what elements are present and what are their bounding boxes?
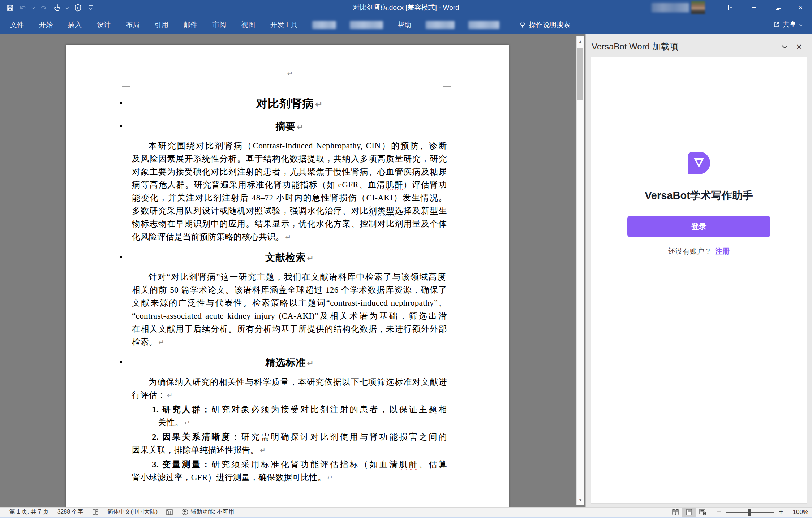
doc-text-line[interactable]: 针对“对比剂肾病”这一研究主题，我们在文献语料库中检索了与该领域高度 [132,271,447,284]
doc-text-line[interactable]: 在相关文献用于后续分析。所有分析均基于所提供的结构化数据，未进行额外外部 [132,323,447,336]
doc-paragraph[interactable]: 为确保纳入研究的相关性与科学质量，本研究依据以下七项筛选标准对文献进行评估：↵ [132,376,447,402]
proofing-errors-icon[interactable] [88,509,103,515]
share-dropdown-chevron-icon[interactable] [799,23,802,26]
doc-text-line[interactable]: 相关的前 50 篇学术论文。该语料库涵盖全球超过 126 个学术数据库资源，确保… [132,284,447,297]
status-bar: 第 1 页, 共 7 页 3288 个字 简体中文(中国大陆) 辅助功能: 不可… [0,507,812,517]
doc-list-item[interactable]: 1. 研究人群：研究对象必须为接受对比剂注射的患者，以保证主题相关性。↵ [132,403,447,429]
read-mode-view-icon[interactable] [669,508,682,517]
text-boundary-mark [443,86,451,95]
tab-邮件[interactable]: 邮件 [183,19,198,31]
margin-bullet-icon [120,102,122,104]
doc-text-line[interactable]: 1. 研究人群：研究对象必须为接受对比剂注射的患者，以保证主题相 [132,403,447,416]
addin-gem-icon[interactable] [74,2,82,13]
doc-text-line[interactable]: 检索。↵ [132,336,447,349]
doc-text-line[interactable]: 文献来源的广泛性与代表性。检索策略以主题词“contrast-induced n… [132,297,447,310]
doc-text-line[interactable]: 能变化，并关注对比剂注射后 48–72 小时内的急性肾损伤（CI-AKI）发生情… [132,191,447,204]
web-layout-view-icon[interactable] [696,508,710,517]
tab-开始[interactable]: 开始 [38,19,53,31]
redacted-tab[interactable] [350,21,383,29]
tab-引用[interactable]: 引用 [154,19,169,31]
scrollbar-thumb[interactable] [577,48,583,100]
share-button[interactable]: 共享 [769,18,807,31]
doc-text-line[interactable]: 行评估：↵ [132,389,447,402]
addin-brand-title: VersaBot学术写作助手 [591,189,807,203]
zoom-slider[interactable] [726,512,774,513]
zoom-slider-thumb[interactable] [748,509,751,516]
zoom-out-icon[interactable]: − [716,508,723,516]
page-number-indicator[interactable]: 第 1 页, 共 7 页 [5,508,53,516]
close-button[interactable]: × [789,0,812,15]
task-pane-options-chevron-icon[interactable] [777,41,792,52]
print-layout-view-icon[interactable] [682,508,696,517]
tab-设计[interactable]: 设计 [96,19,111,31]
redo-icon[interactable] [40,2,48,13]
doc-text-line[interactable]: 物标志物在早期识别中的应用。结果显示，优化水化方案、控制对比剂用量及个体 [132,217,447,230]
zoom-in-icon[interactable]: + [777,508,785,516]
doc-heading[interactable]: 摘要↵ [132,119,447,134]
empty-paragraph[interactable]: ↵ [132,68,447,80]
doc-text-line[interactable]: 多数研究采用队列设计或随机对照试验，强调水化治疗、对比剂类型选择及新型生 [132,204,447,217]
doc-text-line[interactable]: 化风险评估是当前预防策略的核心共识。↵ [132,230,447,243]
page-content[interactable]: ↵对比剂肾病↵摘要↵本研究围绕对比剂肾病（Contrast-Induced Ne… [66,45,509,484]
accessibility-indicator[interactable]: 辅助功能: 不可用 [177,508,239,516]
document-scrollbar[interactable]: ▲ ▼ [576,36,584,505]
tab-视图[interactable]: 视图 [241,19,256,31]
doc-text-line[interactable]: 病等高危人群。研究普遍采用标准化肾功能指标（如 eGFR、血清肌酐）评估肾功 [132,178,447,191]
touch-mode-dropdown-chevron-icon[interactable] [66,6,69,9]
word-count-indicator[interactable]: 3288 个字 [53,508,87,516]
doc-text-line[interactable]: 为确保纳入研究的相关性与科学质量，本研究依据以下七项筛选标准对文献进 [132,376,447,389]
tab-文件[interactable]: 文件 [9,19,25,31]
doc-text-line[interactable]: 关性。↵ [132,416,447,429]
redacted-tab[interactable] [312,21,336,29]
doc-text-line[interactable]: 本研究围绕对比剂肾病（Contrast-Induced Nephropathy,… [132,139,447,152]
scroll-up-icon[interactable]: ▲ [577,36,584,46]
touch-mouse-mode-icon[interactable] [53,2,61,13]
minimize-button[interactable] [743,0,766,15]
scroll-down-icon[interactable]: ▼ [577,495,584,505]
doc-text-line[interactable]: 对象主要为接受碘化对比剂注射的患者，尤其聚焦于慢性肾病、心血管疾病及糖尿 [132,165,447,178]
doc-list-item[interactable]: 2. 因果关系清晰度：研究需明确探讨对比剂使用与肾功能损害之间的因果关联，排除单… [132,431,447,457]
doc-text-line[interactable]: “contrast-associated acute kidney injury… [132,310,447,323]
avatar[interactable] [691,1,705,14]
tab-插入[interactable]: 插入 [67,19,82,31]
ribbon-display-options-icon[interactable] [719,0,743,15]
save-icon[interactable] [6,2,14,13]
doc-text-line[interactable]: 2. 因果关系清晰度：研究需明确探讨对比剂使用与肾功能损害之间的 [132,431,447,444]
doc-text-line[interactable]: 3. 变量测量：研究须采用标准化肾功能评估指标（如血清肌酐、估算 [132,458,447,471]
restore-button[interactable] [766,0,789,15]
tab-开发工具[interactable]: 开发工具 [270,19,298,31]
doc-paragraph[interactable]: 针对“对比剂肾病”这一研究主题，我们在文献语料库中检索了与该领域高度相关的前 5… [132,271,447,349]
doc-heading[interactable]: 对比剂肾病↵ [132,95,447,112]
doc-heading[interactable]: 精选标准↵ [132,355,447,371]
customize-qat-icon[interactable] [87,2,95,13]
language-indicator[interactable]: 简体中文(中国大陆) [103,508,162,516]
tab-帮助[interactable]: 帮助 [397,19,412,31]
doc-paragraph[interactable]: 本研究围绕对比剂肾病（Contrast-Induced Nephropathy,… [132,139,447,243]
redacted-tab[interactable] [468,21,499,29]
doc-list-item[interactable]: 3. 变量测量：研究须采用标准化肾功能评估指标（如血清肌酐、估算肾小球滤过率，G… [132,458,447,484]
macro-record-icon[interactable] [162,509,177,515]
login-button[interactable]: 登录 [627,216,770,237]
redacted-tab[interactable] [426,21,455,29]
doc-text-line[interactable]: 因果关联，排除单纯描述性报告。↵ [132,444,447,457]
text-boundary-mark [122,86,130,95]
account-name-redacted[interactable] [652,3,689,12]
undo-icon[interactable] [19,2,27,13]
signup-link[interactable]: 注册 [715,247,730,255]
paragraph-mark: ↵ [307,253,314,263]
doc-heading[interactable]: 文献检索↵ [132,250,447,266]
document-page[interactable]: ↵对比剂肾病↵摘要↵本研究围绕对比剂肾病（Contrast-Induced Ne… [66,45,509,507]
tell-me-search-label[interactable]: 操作说明搜索 [529,20,570,30]
tell-me-search[interactable]: 操作说明搜索 [520,20,570,30]
paragraph-mark: ↵ [327,474,333,482]
doc-text-line[interactable]: 肾小球滤过率，GFR）进行测量，确保数据可比性。↵ [132,471,447,484]
share-label[interactable]: 共享 [783,20,796,29]
signup-prompt: 还没有账户？ [668,247,712,255]
tab-审阅[interactable]: 审阅 [212,19,227,31]
zoom-percentage[interactable]: 100% [785,509,808,516]
doc-text-line[interactable]: 及风险因素展开系统性分析。基于结构化数据提取，共纳入多项高质量研究，研究 [132,152,447,165]
share-icon [773,21,780,28]
task-pane-close-icon[interactable]: × [792,41,806,52]
undo-dropdown-chevron-icon[interactable] [32,6,35,9]
tab-布局[interactable]: 布局 [125,19,140,31]
